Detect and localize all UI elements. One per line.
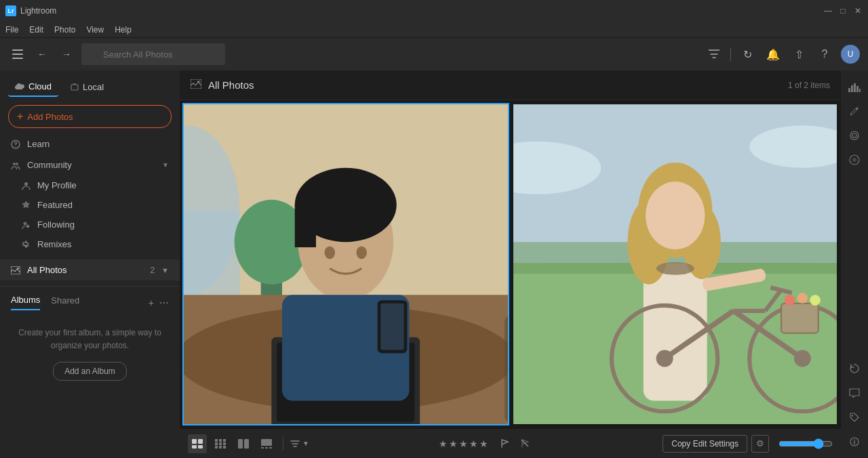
menu-photo[interactable]: Photo [54,25,75,35]
content-header: All Photos 1 of 2 items [180,70,841,100]
star-1[interactable]: ★ [439,438,448,449]
grid-view-button[interactable] [211,434,230,453]
sidebar-item-featured[interactable]: Featured [5,195,180,215]
svg-rect-77 [269,447,272,449]
albums-tab[interactable]: Albums [11,295,40,310]
edit-button[interactable] [844,100,865,122]
empty-albums-text: Create your first album, a simple way to… [11,327,169,352]
compare-view-button[interactable] [234,434,253,453]
sidebar-item-following[interactable]: Following [5,215,180,234]
comment-button[interactable] [844,382,865,404]
svg-point-5 [15,146,16,146]
bottom-toolbar: ▼ ★ ★ ★ ★ ★ [180,428,841,458]
main-toolbar: ← → 🔍 ↻ 🔔 ⇧ ? U [0,38,868,70]
titlebar-left: Lr Lightroom [5,5,56,16]
masking-button[interactable] [844,125,865,146]
menu-view[interactable]: View [86,25,104,35]
tag-button[interactable] [844,407,865,428]
sort-button[interactable]: ▼ [290,439,309,449]
svg-rect-75 [261,447,264,449]
photo-item-1[interactable]:  [182,103,509,425]
notifications-button[interactable]: 🔔 [764,45,783,64]
content-area: All Photos 1 of 2 items [180,70,841,458]
filmstrip-view-button[interactable] [257,434,276,453]
menu-edit[interactable]: Edit [29,25,43,35]
undo-button[interactable]: ↻ [738,45,757,64]
menu-help[interactable]: Help [115,25,132,35]
svg-point-88 [852,415,853,416]
flag-filter-button[interactable] [496,436,513,452]
svg-rect-62 [198,445,203,449]
shared-tab[interactable]: Shared [51,295,79,310]
main-layout: Cloud Local + Add Photos Learn Community… [0,70,868,458]
local-tab[interactable]: Local [64,77,111,97]
minimize-button[interactable]: — [823,6,833,16]
svg-rect-3 [71,85,78,90]
zoom-slider-area [778,438,833,449]
svg-rect-80 [851,85,853,92]
sidebar-community-header[interactable]: Community ▼ [0,154,180,175]
svg-point-85 [852,133,856,138]
settings-gear-icon: ⚙ [756,438,764,449]
remixes-label: Remixes [37,239,72,249]
reject-filter-button[interactable] [517,436,533,452]
history-button[interactable] [844,358,865,379]
svg-point-56 [784,295,795,306]
histogram-button[interactable] [844,76,865,98]
my-profile-label: My Profile [37,180,77,190]
edit-settings-gear-button[interactable]: ⚙ [751,435,769,453]
zoom-slider[interactable] [778,438,833,449]
photo-2-svg [513,104,837,424]
svg-point-7 [16,163,18,165]
add-photos-button[interactable]: + Add Photos [8,105,172,128]
help-button[interactable]: ? [815,45,834,64]
community-children: My Profile Featured Following Remixes [0,175,180,254]
star-4[interactable]: ★ [469,438,478,449]
filter-button[interactable] [705,45,724,64]
add-an-album-button[interactable]: Add an Album [53,362,127,381]
info-button[interactable] [844,431,865,453]
search-input[interactable] [81,43,225,65]
add-album-button[interactable]: + [149,297,154,308]
titlebar: Lr Lightroom — □ ✕ [0,0,868,22]
cloud-tab-label: Cloud [28,81,52,91]
avatar-button[interactable]: U [841,45,860,64]
maximize-button[interactable]: □ [838,6,848,16]
sidebar-toggle-button[interactable] [8,45,27,64]
star-2[interactable]: ★ [449,438,458,449]
star-3[interactable]: ★ [459,438,468,449]
svg-rect-69 [215,446,218,449]
photos-grid:  [180,100,841,428]
star-5[interactable]: ★ [479,438,488,449]
bottom-center-controls: ★ ★ ★ ★ ★ [313,436,658,452]
menu-file[interactable]: File [5,25,18,35]
share-button[interactable]: ⇧ [789,45,808,64]
svg-rect-74 [261,439,272,446]
cloud-tab[interactable]: Cloud [8,77,58,97]
back-button[interactable]: ← [33,45,52,64]
copy-edit-settings-button[interactable]: Copy Edit Settings [663,435,747,453]
svg-rect-1 [12,54,23,55]
photo-item-2[interactable] [512,103,839,425]
svg-point-84 [850,131,859,140]
svg-rect-30 [380,304,403,350]
detail-view-button[interactable] [188,434,207,453]
community-chevron: ▼ [162,161,169,169]
sidebar-item-learn[interactable]: Learn [0,133,180,154]
toolbar-right-actions: ↻ 🔔 ⇧ ? U [705,45,860,64]
optics-button[interactable] [844,149,865,171]
close-button[interactable]: ✕ [853,6,863,16]
svg-rect-70 [219,446,222,449]
sort-albums-button[interactable]: ⋯ [159,297,169,308]
add-photos-label: Add Photos [27,112,73,122]
svg-point-8 [24,182,28,186]
svg-rect-59 [192,439,197,444]
svg-rect-55 [781,304,818,333]
sidebar-item-remixes[interactable]: Remixes [5,234,180,254]
forward-button[interactable]: → [57,45,76,64]
sidebar-item-my-profile[interactable]: My Profile [5,175,180,195]
svg-point-58 [810,295,821,306]
sidebar-item-all-photos[interactable]: All Photos 2 ▼ [0,259,180,280]
plus-icon: + [17,110,23,123]
photo-1-svg:  [184,104,508,424]
